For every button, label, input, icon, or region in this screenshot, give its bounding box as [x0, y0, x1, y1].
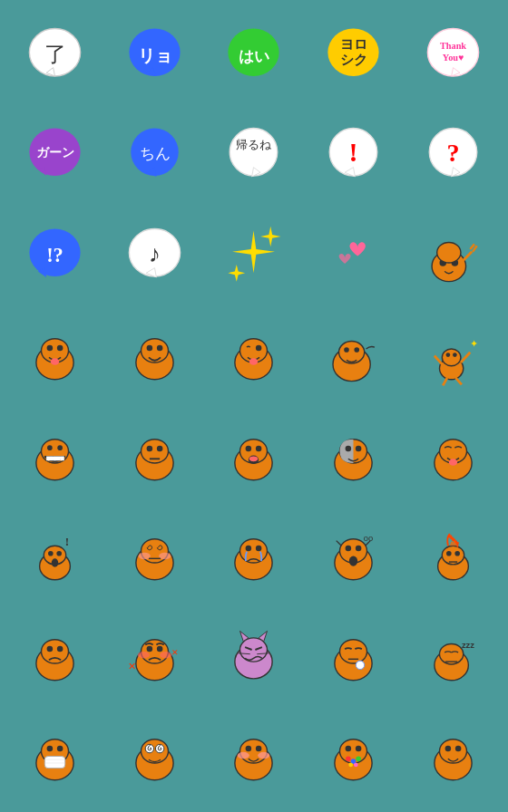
svg-point-168 [256, 746, 262, 752]
cell-4-3[interactable] [206, 308, 302, 405]
svg-text:リョ: リョ [137, 46, 171, 65]
svg-point-170 [259, 752, 270, 759]
svg-point-80 [47, 445, 53, 450]
svg-text:✕: ✕ [127, 660, 135, 671]
cell-6-1[interactable]: ! [7, 508, 103, 605]
svg-point-147 [340, 640, 367, 663]
svg-line-69 [435, 356, 442, 364]
svg-point-133 [141, 640, 168, 663]
svg-point-126 [454, 551, 460, 556]
cell-4-5[interactable]: ✦ [405, 308, 501, 405]
svg-rect-78 [54, 456, 61, 460]
cell-6-2[interactable] [107, 508, 203, 605]
cell-8-2[interactable] [107, 709, 203, 806]
cell-7-4[interactable] [306, 608, 402, 705]
cell-2-2[interactable]: ちん [107, 108, 203, 205]
svg-text:✕: ✕ [171, 647, 179, 656]
svg-text:!: ! [349, 137, 358, 167]
svg-point-52 [51, 359, 59, 366]
svg-point-108 [139, 553, 151, 560]
svg-point-131 [57, 646, 64, 652]
svg-point-179 [354, 763, 358, 768]
cell-8-1[interactable] [7, 709, 103, 806]
cell-3-5[interactable] [405, 208, 501, 304]
cell-5-2[interactable] [107, 408, 203, 505]
cell-4-2[interactable] [107, 308, 203, 405]
svg-point-85 [157, 446, 163, 452]
svg-text:ガーン: ガーン [36, 146, 74, 160]
svg-point-178 [348, 763, 353, 768]
svg-text:ヨロ: ヨロ [340, 36, 367, 52]
cell-5-5[interactable] [405, 408, 501, 505]
svg-point-162 [141, 740, 168, 763]
svg-point-56 [157, 345, 163, 352]
svg-point-183 [455, 746, 462, 752]
svg-point-67 [445, 353, 450, 357]
svg-point-156 [47, 746, 54, 752]
cell-2-5[interactable]: ? [405, 108, 501, 205]
cell-8-4[interactable] [306, 709, 402, 806]
cell-6-3[interactable] [206, 508, 302, 605]
cell-7-1[interactable] [7, 608, 103, 705]
cell-6-5[interactable] [405, 508, 501, 605]
svg-point-54 [141, 339, 168, 362]
cell-4-4[interactable] [306, 308, 402, 405]
cell-5-1[interactable] [7, 408, 103, 505]
cell-7-2[interactable]: ✕ ✕ [107, 608, 203, 705]
svg-text:シク: シク [340, 52, 367, 67]
svg-point-130 [47, 646, 54, 652]
emoji-grid: 了 リョ はい ヨロ シク Thank You♥ [0, 0, 508, 812]
svg-point-114 [256, 546, 262, 552]
svg-line-71 [443, 378, 447, 385]
cell-1-4[interactable]: ヨロ シク [306, 7, 402, 104]
svg-point-81 [58, 445, 64, 450]
cell-1-2[interactable]: リョ [107, 7, 203, 104]
svg-rect-158 [45, 757, 66, 768]
cell-6-4[interactable]: oo [306, 508, 402, 605]
cell-7-5[interactable]: zzz [405, 608, 501, 705]
svg-text:はい: はい [239, 48, 269, 65]
cell-5-4[interactable] [306, 408, 402, 505]
svg-point-181 [439, 740, 466, 763]
svg-line-72 [455, 378, 462, 385]
svg-point-113 [246, 546, 252, 552]
cell-1-3[interactable]: はい [206, 7, 302, 104]
svg-text:♪: ♪ [149, 241, 161, 267]
cell-3-3[interactable] [206, 208, 302, 304]
cell-2-1[interactable]: ガーン [7, 108, 103, 205]
cell-7-3[interactable] [206, 608, 302, 705]
svg-line-70 [461, 353, 470, 362]
svg-point-102 [48, 551, 54, 556]
svg-rect-77 [46, 456, 54, 460]
cell-3-2[interactable]: ♪ [107, 208, 203, 304]
svg-point-51 [57, 345, 64, 352]
cell-1-5[interactable]: Thank You♥ [405, 7, 501, 104]
cell-3-1[interactable]: !? [7, 208, 103, 304]
svg-point-104 [52, 559, 59, 567]
svg-text:Thank: Thank [440, 41, 466, 51]
cell-4-1[interactable] [7, 308, 103, 405]
svg-point-137 [160, 652, 171, 659]
svg-point-99 [449, 459, 457, 466]
svg-text:?: ? [446, 139, 459, 167]
svg-line-119 [337, 541, 342, 546]
svg-rect-79 [60, 456, 64, 460]
cell-3-4[interactable] [306, 208, 402, 304]
cell-2-3[interactable]: 帰るね [206, 108, 302, 205]
svg-text:!: ! [65, 536, 69, 549]
svg-point-95 [346, 446, 352, 452]
cell-8-3[interactable] [206, 709, 302, 806]
svg-point-109 [159, 553, 171, 560]
svg-point-134 [146, 646, 152, 652]
svg-point-96 [356, 446, 362, 452]
svg-point-63 [344, 347, 349, 353]
svg-point-55 [146, 345, 152, 352]
svg-point-68 [453, 353, 457, 357]
cell-2-4[interactable]: ! [306, 108, 402, 205]
svg-point-177 [356, 757, 361, 762]
svg-text:oo: oo [364, 534, 373, 543]
svg-point-129 [42, 640, 69, 663]
svg-marker-40 [229, 265, 246, 282]
cell-1-1[interactable]: 了 [7, 7, 103, 104]
cell-5-3[interactable] [206, 408, 302, 505]
